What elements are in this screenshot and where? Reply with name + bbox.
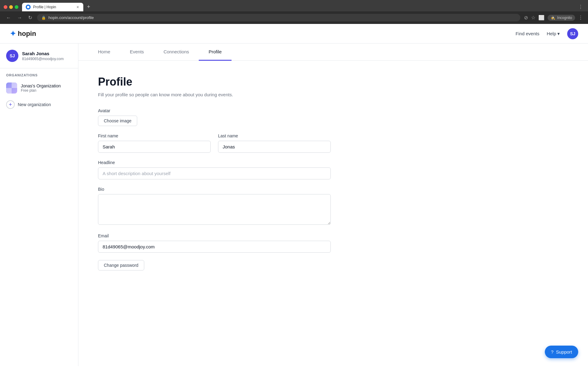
- user-avatar[interactable]: SJ: [567, 28, 578, 39]
- bookmark-icon[interactable]: ☆: [531, 15, 535, 21]
- new-organization-button[interactable]: + New organization: [0, 97, 78, 113]
- close-window-button[interactable]: [4, 5, 7, 9]
- avatar-label: Avatar: [98, 108, 331, 113]
- tab-bar: Profile | Hopin × + ⋮: [0, 0, 588, 11]
- first-name-input[interactable]: [98, 141, 211, 153]
- app: ✦ hopin Find events Help ▾ SJ SJ Sarah J…: [0, 24, 588, 366]
- tab-favicon: [26, 5, 31, 10]
- headline-field: Headline: [98, 160, 331, 179]
- traffic-lights: [4, 5, 18, 9]
- last-name-label: Last name: [218, 133, 331, 138]
- security-icon: 🔒: [41, 16, 46, 20]
- menu-button[interactable]: ⋮: [578, 15, 583, 21]
- logo-text: hopin: [18, 30, 36, 38]
- browser-chrome: Profile | Hopin × + ⋮ ← → ↻ 🔒 ⊘ ☆ ⬜ 🕵️ I…: [0, 0, 588, 24]
- split-view-icon[interactable]: ⬜: [538, 15, 545, 21]
- tab-list-button[interactable]: ⋮: [577, 3, 584, 10]
- tab-title: Profile | Hopin: [33, 5, 74, 9]
- page-title: Profile: [98, 75, 568, 88]
- support-icon: ?: [551, 349, 553, 355]
- maximize-window-button[interactable]: [15, 5, 18, 9]
- new-org-label: New organization: [18, 102, 51, 107]
- browser-controls: ← → ↻ 🔒 ⊘ ☆ ⬜ 🕵️ Incognito ⋮: [0, 11, 588, 24]
- main-layout: SJ Sarah Jonas 81d49065@moodjoy.com ORGA…: [0, 44, 588, 366]
- tab-close-button[interactable]: ×: [76, 5, 80, 10]
- sidebar-item-organization[interactable]: Jonas's Organization Free plan: [0, 79, 78, 97]
- page-content: Profile Fill your profile so people can …: [78, 61, 588, 366]
- tab-events[interactable]: Events: [120, 44, 154, 61]
- forward-button[interactable]: →: [16, 14, 23, 21]
- address-bar[interactable]: 🔒: [37, 14, 520, 21]
- back-button[interactable]: ←: [5, 14, 12, 21]
- incognito-label: Incognito: [557, 16, 572, 20]
- avatar: SJ: [6, 50, 18, 62]
- user-name: Sarah Jonas: [22, 51, 64, 56]
- org-info: Jonas's Organization Free plan: [21, 83, 61, 93]
- plus-icon: +: [6, 100, 15, 109]
- tab-profile[interactable]: Profile: [199, 44, 232, 61]
- help-label: Help: [547, 31, 556, 36]
- org-name: Jonas's Organization: [21, 83, 61, 88]
- refresh-button[interactable]: ↻: [27, 14, 33, 21]
- help-chevron-icon: ▾: [557, 31, 560, 36]
- support-label: Support: [556, 349, 572, 355]
- first-name-field: First name: [98, 133, 211, 153]
- email-field: Email: [98, 233, 331, 253]
- organizations-label: ORGANIZATIONS: [0, 68, 78, 79]
- find-events-link[interactable]: Find events: [516, 31, 540, 36]
- email-input[interactable]: [98, 241, 331, 253]
- help-menu[interactable]: Help ▾: [547, 31, 560, 36]
- support-button[interactable]: ? Support: [545, 346, 578, 358]
- nav-right: Find events Help ▾ SJ: [516, 28, 578, 39]
- choose-image-button[interactable]: Choose image: [98, 116, 137, 126]
- bio-field: Bio: [98, 187, 331, 226]
- address-input[interactable]: [48, 15, 516, 20]
- content: Home Events Connections Profile Profile …: [78, 44, 588, 366]
- logo-icon: ✦: [10, 29, 16, 38]
- change-password-group: Change password: [98, 260, 331, 270]
- profile-form: Avatar Choose image First name Last name: [98, 108, 331, 270]
- new-tab-button[interactable]: +: [85, 2, 93, 11]
- headline-label: Headline: [98, 160, 331, 165]
- active-tab[interactable]: Profile | Hopin ×: [22, 3, 83, 11]
- headline-input[interactable]: [98, 167, 331, 179]
- last-name-input[interactable]: [218, 141, 331, 153]
- org-plan: Free plan: [21, 88, 61, 93]
- bio-input[interactable]: [98, 194, 331, 225]
- incognito-badge: 🕵️ Incognito: [548, 15, 575, 21]
- bio-label: Bio: [98, 187, 331, 192]
- incognito-icon: 🕵️: [551, 16, 555, 20]
- sub-nav: Home Events Connections Profile: [78, 44, 588, 61]
- minimize-window-button[interactable]: [9, 5, 13, 9]
- sidebar: SJ Sarah Jonas 81d49065@moodjoy.com ORGA…: [0, 44, 78, 366]
- avatar-field: Avatar Choose image: [98, 108, 331, 126]
- email-label: Email: [98, 233, 331, 238]
- user-info: Sarah Jonas 81d49065@moodjoy.com: [22, 51, 64, 61]
- last-name-field: Last name: [218, 133, 331, 153]
- tab-connections[interactable]: Connections: [154, 44, 199, 61]
- camera-off-icon[interactable]: ⊘: [524, 15, 528, 21]
- top-nav: ✦ hopin Find events Help ▾ SJ: [0, 24, 588, 44]
- page-subtitle: Fill your profile so people can know mor…: [98, 92, 568, 97]
- sidebar-user[interactable]: SJ Sarah Jonas 81d49065@moodjoy.com: [0, 44, 78, 68]
- org-icon: [6, 82, 17, 94]
- change-password-button[interactable]: Change password: [98, 260, 144, 270]
- browser-actions: ⊘ ☆ ⬜ 🕵️ Incognito ⋮: [524, 15, 583, 21]
- first-name-label: First name: [98, 133, 211, 138]
- logo[interactable]: ✦ hopin: [10, 29, 36, 38]
- svg-point-0: [27, 6, 29, 8]
- tab-home[interactable]: Home: [88, 44, 120, 61]
- name-row: First name Last name: [98, 133, 331, 153]
- user-email: 81d49065@moodjoy.com: [22, 57, 64, 61]
